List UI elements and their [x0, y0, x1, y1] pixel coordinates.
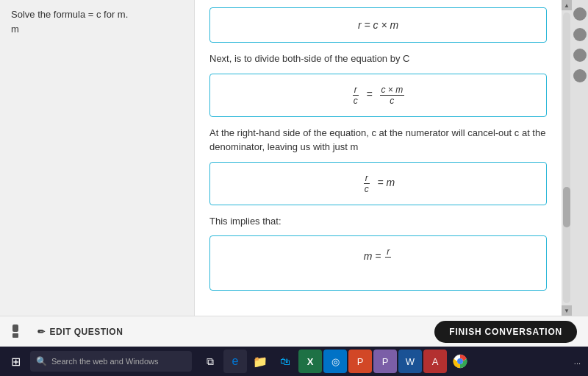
taskbar: ⊞ 🔍 Search the web and Windows ⧉ e 📁 🛍 X… [0, 347, 588, 376]
svg-rect-0 [12, 324, 18, 332]
user-icon [11, 323, 29, 341]
explorer-icon[interactable]: 📁 [248, 350, 272, 373]
formula-1: r = c × m [358, 19, 398, 31]
edit-icon: ✏ [37, 327, 46, 337]
step3-text: This implies that: [209, 214, 547, 229]
formula-4: m = r [364, 250, 393, 262]
formula-box-1: r = c × m [209, 7, 547, 43]
scroll-up-arrow[interactable]: ▲ [562, 0, 572, 10]
word-icon[interactable]: W [398, 350, 422, 373]
finish-conversation-label: FINISH CONVERSATION [449, 327, 562, 337]
side-btn-1[interactable] [573, 7, 587, 21]
bottom-toolbar: ✏ EDIT QUESTION FINISH CONVERSATION [0, 316, 588, 347]
content-wrapper: r = c × m Next, is to divide both-side o… [195, 0, 588, 316]
side-btn-3[interactable] [573, 49, 587, 62]
edit-question-label: EDIT QUESTION [50, 327, 123, 337]
chrome-icon[interactable] [448, 350, 472, 373]
toolbar-left: ✏ EDIT QUESTION [11, 323, 123, 341]
edit-question-button[interactable]: ✏ EDIT QUESTION [37, 327, 123, 337]
taskbar-search[interactable]: 🔍 Search the web and Windows [30, 351, 192, 372]
svg-point-3 [457, 358, 463, 364]
powerpoint-icon-1[interactable]: P [348, 350, 372, 373]
excel-icon[interactable]: X [298, 350, 322, 373]
step2-text: At the right-hand side of the equation, … [209, 126, 547, 155]
sidebar-variable: m [11, 24, 19, 35]
powerpoint-icon-2[interactable]: P [373, 350, 397, 373]
edge-icon[interactable]: e [223, 350, 247, 373]
formula-box-2: r c = c × m c [209, 74, 547, 117]
taskbar-search-text: Search the web and Windows [51, 357, 159, 366]
formula-3: r c = m [362, 177, 395, 188]
taskbar-apps: ⧉ e 📁 🛍 X ◎ P P W A [198, 350, 472, 373]
formula-2: r c = c × m c [351, 88, 406, 100]
taskview-button[interactable]: ⧉ [198, 350, 222, 373]
side-btn-4[interactable] [573, 69, 587, 82]
side-btn-2[interactable] [573, 28, 587, 41]
scroll-track [563, 13, 570, 303]
step1-text: Next, is to divide both-side of the equa… [209, 52, 547, 66]
scroll-thumb[interactable] [563, 187, 570, 227]
scroll-down-arrow[interactable]: ▼ [562, 305, 572, 316]
outlook-icon[interactable]: ◎ [323, 350, 347, 373]
finish-conversation-button[interactable]: FINISH CONVERSATION [434, 321, 577, 343]
start-button[interactable]: ⊞ [4, 350, 27, 373]
svg-rect-1 [12, 333, 18, 338]
frac-r-c: r c [352, 85, 359, 106]
frac-r-c-2: r c [363, 173, 370, 194]
formula-box-3: r c = m [209, 162, 547, 205]
side-panel [572, 0, 588, 316]
scrollbar[interactable]: ▲ ▼ [562, 0, 572, 316]
store-icon[interactable]: 🛍 [273, 350, 297, 373]
formula-box-4: m = r [209, 235, 547, 291]
taskbar-clock: ... [574, 357, 581, 366]
search-icon: 🔍 [36, 356, 47, 366]
sidebar: Solve the formula = c for m. m [0, 0, 195, 316]
taskbar-time: ... [574, 357, 584, 366]
content-area: r = c × m Next, is to divide both-side o… [195, 0, 562, 316]
frac-cxm-c: c × m c [380, 85, 405, 106]
access-icon[interactable]: A [423, 350, 447, 373]
main-area: Solve the formula = c for m. m r = c × m… [0, 0, 588, 316]
sidebar-problem-text: Solve the formula = c for m. m [11, 7, 183, 36]
frac-r-partial: r [385, 246, 391, 268]
sidebar-problem-label: Solve the formula = c for m. [11, 9, 128, 20]
